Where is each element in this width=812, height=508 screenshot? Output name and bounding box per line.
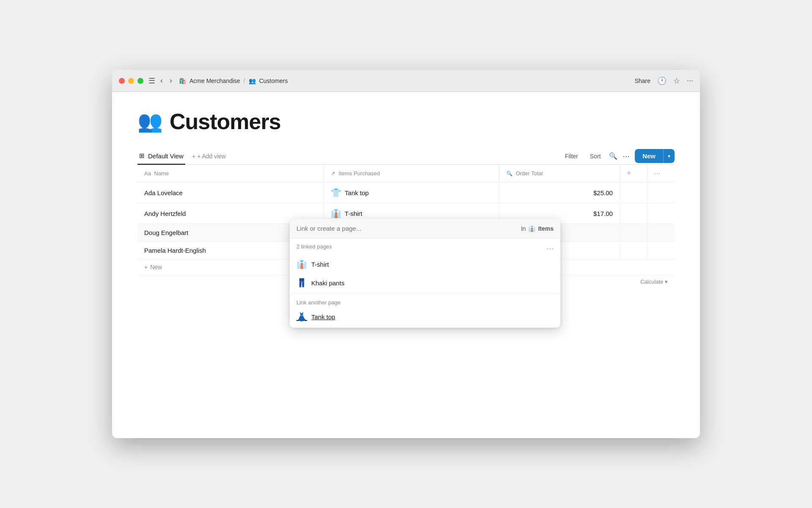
row-order-cell[interactable]: $25.00 <box>499 182 620 203</box>
linked-pages-header: 2 linked pages ··· <box>296 243 554 253</box>
order-col-label: Order Total <box>516 170 543 177</box>
favorite-button[interactable]: ☆ <box>673 76 680 86</box>
linked-pages-more-button[interactable]: ··· <box>546 243 554 253</box>
new-row-label: New <box>150 264 162 271</box>
search-button[interactable]: 🔍 <box>609 152 617 160</box>
order-col-icon: 🔍 <box>506 171 513 177</box>
table-header-row: Aa Name ↗ Items Purchased 🔍 Order Total <box>137 165 675 182</box>
in-text: Items <box>538 225 554 232</box>
items-col-icon: ↗ <box>331 170 335 177</box>
linked-item-icon-0: 👔 <box>296 259 307 269</box>
customer-name: Pamela Hardt-English <box>144 247 206 254</box>
row-more-cell <box>647 182 675 203</box>
customer-name: Ada Lovelace <box>144 189 183 196</box>
app-icon: 🛍️ <box>179 77 186 84</box>
view-toolbar: ⊞ Default View + + Add view Filter Sort … <box>137 148 675 165</box>
filter-button[interactable]: Filter <box>562 151 582 161</box>
link-another-label: Link another page <box>290 298 560 307</box>
item-label: T-shirt <box>345 210 362 217</box>
sort-button[interactable]: Sort <box>587 151 604 161</box>
item-icon: 👔 <box>331 208 341 218</box>
popup-search-row: In 👔 Items <box>290 219 560 238</box>
link-another-section: Link another page 👗 Tank top <box>290 294 560 328</box>
table-row[interactable]: Ada Lovelace 👕 Tank top $25.00 <box>137 182 675 203</box>
page-name-breadcrumb[interactable]: Customers <box>259 77 288 84</box>
breadcrumb-separator: / <box>244 77 245 84</box>
history-button[interactable]: 🕐 <box>657 76 667 86</box>
new-button[interactable]: New <box>635 149 663 163</box>
linked-page-item-1[interactable]: 👖 Khaki pants <box>290 273 560 292</box>
column-more-header[interactable]: ··· <box>647 165 675 182</box>
add-view-label: + Add view <box>197 153 226 160</box>
item-icon: 👕 <box>331 188 341 198</box>
titlebar-actions: Share 🕐 ☆ ··· <box>635 76 693 86</box>
popup-in-section: In 👔 Items <box>521 225 554 232</box>
linked-pages-section: 2 linked pages ··· <box>290 238 560 255</box>
link-popup: In 👔 Items 2 linked pages ··· 👔 T-shirt <box>290 219 560 328</box>
calculate-label: Calculate <box>640 279 663 285</box>
name-col-icon: Aa <box>144 170 151 177</box>
items-col-label: Items Purchased <box>339 170 380 177</box>
forward-button[interactable]: › <box>168 75 174 86</box>
sidebar-toggle-button[interactable]: ☰ <box>148 76 155 86</box>
close-button[interactable] <box>119 78 125 84</box>
share-button[interactable]: Share <box>635 77 650 84</box>
column-add-header[interactable]: + <box>620 165 647 182</box>
linked-item-label-0: T-shirt <box>311 261 329 268</box>
content-area: 👥 Customers ⊞ Default View + + Add view … <box>112 92 700 438</box>
page-title: Customers <box>170 109 281 134</box>
row-add-cell <box>620 182 647 203</box>
row-name-cell[interactable]: Ada Lovelace <box>137 182 324 203</box>
row-more-cell <box>647 224 675 242</box>
app-name[interactable]: Acme Merchandise <box>189 77 240 84</box>
item-cell: 👔 T-shirt <box>331 208 492 218</box>
new-button-group: New ▾ <box>635 149 675 163</box>
page-icon-breadcrumb: 👥 <box>249 77 256 84</box>
in-label: In <box>521 225 526 232</box>
column-header-order[interactable]: 🔍 Order Total <box>499 165 620 182</box>
in-icon: 👔 <box>528 225 535 232</box>
add-view-button[interactable]: + + Add view <box>192 153 226 160</box>
linked-item-label-1: Khaki pants <box>311 279 344 287</box>
more-columns-button[interactable]: ··· <box>654 169 661 178</box>
minimize-button[interactable] <box>128 78 134 84</box>
default-view-label: Default View <box>148 152 184 160</box>
more-options-button[interactable]: ··· <box>687 76 693 85</box>
more-toolbar-button[interactable]: ··· <box>623 151 630 161</box>
breadcrumb: 🛍️ Acme Merchandise / 👥 Customers <box>179 77 635 84</box>
back-button[interactable]: ‹ <box>159 75 165 86</box>
column-header-items[interactable]: ↗ Items Purchased <box>324 165 499 182</box>
row-more-cell <box>647 242 675 260</box>
link-another-item-0[interactable]: 👗 Tank top <box>290 307 560 326</box>
add-column-button[interactable]: + <box>627 169 631 178</box>
row-add-cell <box>620 224 647 242</box>
customer-name: Doug Engelbart <box>144 229 188 236</box>
row-more-cell <box>647 203 675 224</box>
traffic-lights <box>119 78 143 84</box>
row-add-cell <box>620 242 647 260</box>
app-window: ☰ ‹ › 🛍️ Acme Merchandise / 👥 Customers … <box>112 70 700 438</box>
linked-item-icon-1: 👖 <box>296 278 307 288</box>
row-items-cell[interactable]: 👕 Tank top <box>324 182 499 203</box>
item-label: Tank top <box>345 189 369 196</box>
default-view-tab[interactable]: ⊞ Default View <box>137 148 185 165</box>
name-col-label: Name <box>154 170 169 177</box>
titlebar: ☰ ‹ › 🛍️ Acme Merchandise / 👥 Customers … <box>112 70 700 92</box>
page-icon: 👥 <box>137 110 163 133</box>
toolbar-right: Filter Sort 🔍 ··· New ▾ <box>562 149 675 163</box>
page-title-row: 👥 Customers <box>137 109 675 134</box>
new-button-arrow[interactable]: ▾ <box>663 149 675 163</box>
item-cell: 👕 Tank top <box>331 188 492 198</box>
customer-name: Andy Hertzfeld <box>144 210 186 217</box>
popup-search-input[interactable] <box>296 225 521 232</box>
plus-icon: + <box>192 153 195 160</box>
row-add-cell <box>620 203 647 224</box>
table-icon: ⊞ <box>139 152 145 160</box>
linked-pages-label: 2 linked pages <box>296 243 332 250</box>
column-header-name[interactable]: Aa Name <box>137 165 324 182</box>
maximize-button[interactable] <box>137 78 143 84</box>
link-another-label-0: Tank top <box>311 313 335 320</box>
linked-page-item-0[interactable]: 👔 T-shirt <box>290 255 560 273</box>
nav-controls: ‹ › <box>159 75 174 86</box>
link-another-icon-0: 👗 <box>296 312 307 322</box>
